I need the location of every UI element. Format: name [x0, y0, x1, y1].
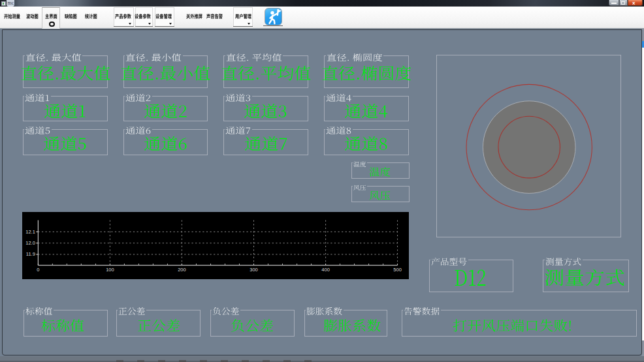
svg-text:0: 0: [37, 267, 40, 273]
svg-text:12.0: 12.0: [26, 240, 36, 246]
svg-text:500: 500: [394, 267, 402, 273]
svg-text:12.1: 12.1: [26, 229, 36, 235]
svg-text:100: 100: [106, 267, 115, 273]
svg-text:400: 400: [322, 267, 330, 273]
svg-text:200: 200: [178, 267, 187, 273]
svg-text:300: 300: [250, 267, 259, 273]
svg-text:11.9: 11.9: [26, 251, 35, 257]
